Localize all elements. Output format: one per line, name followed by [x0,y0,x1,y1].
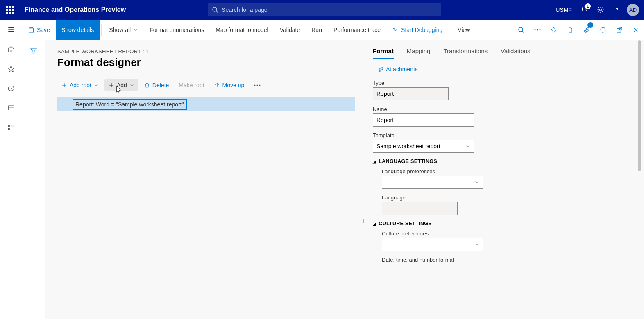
name-input[interactable] [373,113,474,127]
svg-point-34 [254,85,256,86]
delete-button[interactable]: Delete [140,79,173,91]
page-title: Format designer [57,56,363,69]
svg-rect-8 [8,106,14,110]
tree-node-report[interactable]: Report: Word = "Sample worksheet report" [73,99,187,110]
main-pane: SAMPLE WORKSHEET REPORT : 1 Format desig… [45,40,363,319]
svg-rect-23 [551,27,556,32]
add-root-button[interactable]: Add root [57,79,103,91]
arrow-up-icon [214,82,220,88]
svg-point-2 [600,9,602,11]
tab-validations[interactable]: Validations [501,48,530,59]
show-details-button[interactable]: Show details [56,20,100,40]
svg-rect-14 [30,27,32,29]
validate-button[interactable]: Validate [274,20,306,40]
filter-column [22,40,45,319]
nav-home-icon[interactable] [0,39,22,59]
refresh-icon[interactable] [595,20,611,40]
details-scrollbar[interactable] [638,40,641,171]
nav-hamburger-icon[interactable] [0,20,22,39]
attachments-badge: 0 [587,22,593,28]
divider [450,24,450,36]
action-bar: Save Show details Show all Format enumer… [0,20,644,40]
close-icon[interactable] [628,20,644,40]
svg-point-20 [535,29,536,30]
nav-recent-icon[interactable] [0,79,22,98]
chevron-down-icon [133,27,138,32]
view-button[interactable]: View [452,20,476,40]
svg-line-17 [395,29,395,29]
more-actions-icon[interactable] [529,20,546,40]
search-input[interactable] [222,7,437,13]
top-navbar: Finance and Operations Preview USMF 1 AD [0,0,644,20]
attachments-link[interactable]: Attachments [373,66,634,72]
svg-point-0 [213,7,217,11]
svg-marker-28 [31,49,36,54]
svg-point-22 [540,29,541,30]
start-debugging-button[interactable]: Start Debugging [386,20,448,40]
global-search[interactable] [208,3,441,16]
paperclip-icon [378,66,383,72]
diamond-icon[interactable] [546,20,562,40]
map-format-to-model-button[interactable]: Map format to model [210,20,274,40]
template-select[interactable]: Sample worksheet report [373,140,474,153]
performance-trace-button[interactable]: Performance trace [328,20,386,40]
filter-icon[interactable] [30,48,37,319]
culture-settings-section[interactable]: ◢ CULTURE SETTINGS [373,221,634,226]
divider [101,24,102,36]
move-up-button[interactable]: Move up [210,79,249,91]
app-title: Finance and Operations Preview [20,6,126,14]
tree-row[interactable]: Report: Word = "Sample worksheet report" [57,97,355,111]
app-launcher-icon[interactable] [0,6,20,14]
chevron-down-icon [474,242,479,247]
svg-point-36 [259,85,261,86]
chevron-down-icon [129,83,134,88]
date-time-number-format-label: Date, time, and number format [382,257,634,263]
save-button[interactable]: Save [22,20,56,40]
expand-triangle-icon: ◢ [373,159,376,164]
language-preferences-label: Language preferences [382,168,634,174]
nav-modules-icon[interactable] [0,118,22,138]
tab-transformations[interactable]: Transformations [443,48,488,59]
tree-toolbar: Add root Add Delete Make root Move up [57,79,363,91]
culture-preferences-select[interactable] [382,238,483,251]
debug-icon [392,27,399,33]
name-label: Name [373,106,634,112]
expand-triangle-icon: ◢ [373,222,376,226]
tab-format[interactable]: Format [373,48,394,59]
plus-icon [61,82,67,88]
details-pane: Format Mapping Transformations Validatio… [365,40,644,319]
format-enumerations-button[interactable]: Format enumerations [144,20,210,40]
type-label: Type [373,80,634,86]
run-button[interactable]: Run [306,20,328,40]
svg-line-1 [216,11,218,13]
format-tree: Report: Word = "Sample worksheet report" [57,97,355,111]
popout-icon[interactable] [611,20,628,40]
chevron-down-icon [474,180,479,185]
nav-favorites-icon[interactable] [0,59,22,79]
cursor-icon [115,85,123,95]
search-action-icon[interactable] [513,20,529,40]
office-icon[interactable] [562,20,578,40]
nav-workspaces-icon[interactable] [0,98,22,118]
company-code[interactable]: USMF [553,7,574,13]
user-avatar[interactable]: AD [627,4,639,16]
tab-mapping[interactable]: Mapping [407,48,431,59]
more-tree-actions-icon[interactable] [250,82,265,88]
settings-icon[interactable] [594,3,607,16]
attachments-action-icon[interactable]: 0 [578,20,595,40]
svg-point-35 [257,85,258,86]
left-nav-rail [0,20,22,319]
svg-rect-11 [8,129,9,130]
show-all-button[interactable]: Show all [103,20,144,40]
language-preferences-select[interactable] [382,176,483,189]
culture-preferences-label: Culture preferences [382,231,634,237]
breadcrumb: SAMPLE WORKSHEET REPORT : 1 [57,48,363,54]
svg-rect-10 [8,125,9,127]
plus-icon [109,82,114,88]
help-icon[interactable] [610,3,624,16]
language-settings-section[interactable]: ◢ LANGUAGE SETTINGS [373,158,634,164]
language-field [382,202,458,215]
notifications-icon[interactable]: 1 [578,3,591,16]
language-label: Language [382,195,634,201]
svg-point-16 [393,28,395,29]
